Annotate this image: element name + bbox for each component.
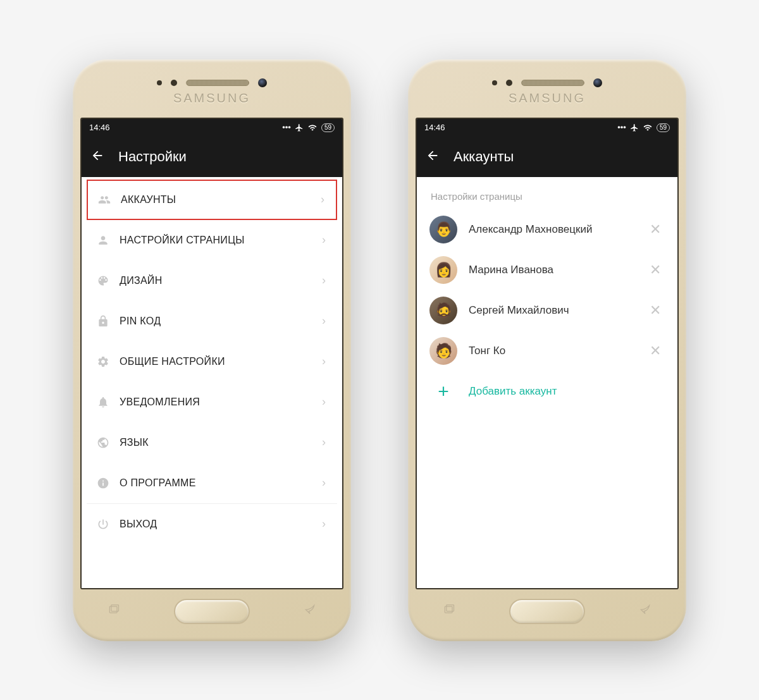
bell-icon bbox=[93, 396, 113, 408]
airplane-icon bbox=[630, 123, 639, 132]
account-name: Сергей Михайлович bbox=[457, 304, 646, 317]
account-name: Марина Иванова bbox=[457, 264, 646, 276]
phone-hardware-nav bbox=[80, 589, 343, 634]
settings-item-label: О ПРОГРАММЕ bbox=[113, 477, 322, 489]
header-bar: Настройки bbox=[82, 137, 342, 177]
settings-item-notifications[interactable]: УВЕДОМЛЕНИЯ › bbox=[87, 382, 337, 422]
back-button[interactable] bbox=[426, 149, 440, 165]
account-name: Тонг Ко bbox=[457, 345, 646, 357]
account-row[interactable]: 🧑 Тонг Ко ✕ bbox=[417, 331, 677, 371]
phone-mockup-right: SAMSUNG 14:46 ••• 59 Аккаунты Настройки bbox=[408, 59, 686, 641]
settings-item-label: ДИЗАЙН bbox=[113, 275, 322, 286]
account-row[interactable]: 👩 Марина Иванова ✕ bbox=[417, 250, 677, 290]
chevron-right-icon: › bbox=[322, 355, 326, 368]
settings-item-accounts[interactable]: АККАУНТЫ › bbox=[87, 180, 337, 220]
plus-icon: + bbox=[429, 381, 457, 402]
status-bar: 14:46 ••• 59 bbox=[82, 119, 342, 137]
settings-item-design[interactable]: ДИЗАЙН › bbox=[87, 261, 337, 301]
settings-item-label: PIN КОД bbox=[113, 316, 322, 327]
section-label: Настройки страницы bbox=[417, 180, 677, 209]
settings-item-about[interactable]: О ПРОГРАММЕ › bbox=[87, 463, 337, 503]
status-time: 14:46 bbox=[89, 123, 110, 132]
accounts-content: Настройки страницы 👨 Александр Махновецк… bbox=[417, 177, 677, 588]
phone-mockup-left: SAMSUNG 14:46 ••• 59 Настройки bbox=[73, 59, 351, 641]
recent-apps-button[interactable] bbox=[441, 603, 457, 619]
remove-account-button[interactable]: ✕ bbox=[646, 258, 665, 282]
avatar: 🧑 bbox=[429, 337, 457, 365]
svg-rect-1 bbox=[111, 605, 119, 611]
back-button[interactable] bbox=[90, 149, 104, 165]
device-brand: SAMSUNG bbox=[509, 91, 586, 106]
avatar: 👨 bbox=[429, 216, 457, 243]
airplane-icon bbox=[295, 123, 304, 132]
page-title: Настройки bbox=[118, 149, 187, 165]
account-row[interactable]: 👨 Александр Махновецкий ✕ bbox=[417, 209, 677, 250]
add-account-label: Добавить аккаунт bbox=[457, 385, 557, 398]
device-brand: SAMSUNG bbox=[173, 91, 250, 106]
chevron-right-icon: › bbox=[322, 233, 326, 247]
settings-item-logout[interactable]: ВЫХОД › bbox=[87, 504, 337, 544]
svg-rect-3 bbox=[447, 605, 454, 611]
settings-item-general[interactable]: ОБЩИЕ НАСТРОЙКИ › bbox=[87, 341, 337, 382]
palette-icon bbox=[93, 274, 113, 287]
account-name: Александр Махновецкий bbox=[457, 223, 646, 236]
screen-right: 14:46 ••• 59 Аккаунты Настройки страницы bbox=[416, 118, 679, 589]
home-button[interactable] bbox=[509, 599, 585, 624]
settings-item-pin[interactable]: PIN КОД › bbox=[87, 301, 337, 341]
account-row[interactable]: 🧔 Сергей Михайлович ✕ bbox=[417, 290, 677, 331]
svg-rect-2 bbox=[445, 606, 453, 613]
remove-account-button[interactable]: ✕ bbox=[646, 218, 665, 242]
chevron-right-icon: › bbox=[322, 274, 326, 287]
home-button[interactable] bbox=[174, 599, 250, 624]
settings-item-language[interactable]: ЯЗЫК › bbox=[87, 422, 337, 463]
avatar: 🧔 bbox=[429, 297, 457, 324]
back-hardware-button[interactable] bbox=[638, 603, 653, 619]
add-account-button[interactable]: + Добавить аккаунт bbox=[417, 371, 677, 412]
settings-list: АККАУНТЫ › НАСТРОЙКИ СТРАНИЦЫ › ДИЗАЙН › bbox=[82, 177, 342, 588]
battery-indicator: 59 bbox=[321, 123, 335, 132]
settings-item-label: НАСТРОЙКИ СТРАНИЦЫ bbox=[113, 235, 322, 246]
chevron-right-icon: › bbox=[322, 436, 326, 449]
chevron-right-icon: › bbox=[322, 517, 326, 531]
settings-item-label: АККАУНТЫ bbox=[114, 194, 321, 206]
recent-apps-button[interactable] bbox=[106, 603, 121, 619]
phone-hardware-nav bbox=[416, 589, 679, 634]
chevron-right-icon: › bbox=[321, 193, 324, 206]
chevron-right-icon: › bbox=[322, 395, 326, 408]
chevron-right-icon: › bbox=[322, 476, 326, 489]
wifi-icon bbox=[643, 123, 653, 132]
settings-item-label: ОБЩИЕ НАСТРОЙКИ bbox=[113, 356, 322, 367]
back-hardware-button[interactable] bbox=[302, 603, 318, 619]
phone-top-hardware: SAMSUNG bbox=[80, 67, 343, 118]
header-bar: Аккаунты bbox=[417, 137, 677, 177]
lock-icon bbox=[93, 315, 113, 328]
power-icon bbox=[93, 518, 113, 531]
screen-left: 14:46 ••• 59 Настройки bbox=[80, 118, 343, 589]
gear-icon bbox=[93, 355, 113, 368]
status-time: 14:46 bbox=[424, 123, 445, 132]
more-icon: ••• bbox=[617, 123, 626, 132]
users-icon bbox=[94, 193, 114, 206]
status-bar: 14:46 ••• 59 bbox=[417, 119, 677, 137]
phone-top-hardware: SAMSUNG bbox=[416, 67, 679, 118]
globe-icon bbox=[93, 436, 113, 449]
page-title: Аккаунты bbox=[454, 149, 514, 165]
person-icon bbox=[93, 234, 113, 247]
remove-account-button[interactable]: ✕ bbox=[646, 339, 665, 363]
settings-item-label: ЯЗЫК bbox=[113, 437, 322, 448]
info-icon bbox=[93, 477, 113, 489]
settings-item-label: ВЫХОД bbox=[113, 519, 322, 530]
wifi-icon bbox=[307, 123, 318, 132]
more-icon: ••• bbox=[282, 123, 291, 132]
chevron-right-icon: › bbox=[322, 314, 326, 328]
settings-item-page-settings[interactable]: НАСТРОЙКИ СТРАНИЦЫ › bbox=[87, 220, 337, 261]
avatar: 👩 bbox=[429, 256, 457, 284]
settings-item-label: УВЕДОМЛЕНИЯ bbox=[113, 396, 322, 408]
svg-rect-0 bbox=[110, 606, 118, 613]
remove-account-button[interactable]: ✕ bbox=[646, 298, 665, 322]
battery-indicator: 59 bbox=[657, 123, 670, 132]
